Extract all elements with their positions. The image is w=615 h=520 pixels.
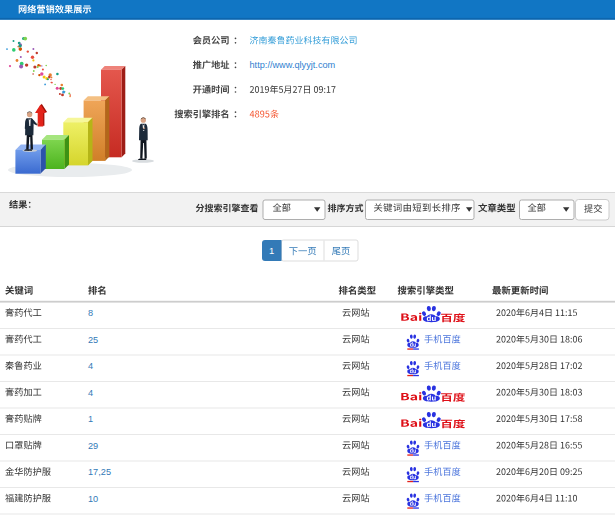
svg-text:4: 4 [88,388,93,398]
svg-text:http://www.qlyyjt.com: http://www.qlyyjt.com [250,60,336,70]
svg-text:29: 29 [88,441,98,451]
svg-text:25: 25 [88,335,98,345]
svg-text:1: 1 [269,245,274,256]
svg-text:8: 8 [88,308,93,318]
svg-text:10: 10 [88,494,98,504]
svg-text:17,25: 17,25 [88,467,111,477]
svg-text:1: 1 [88,414,93,424]
svg-text:4: 4 [88,361,93,371]
